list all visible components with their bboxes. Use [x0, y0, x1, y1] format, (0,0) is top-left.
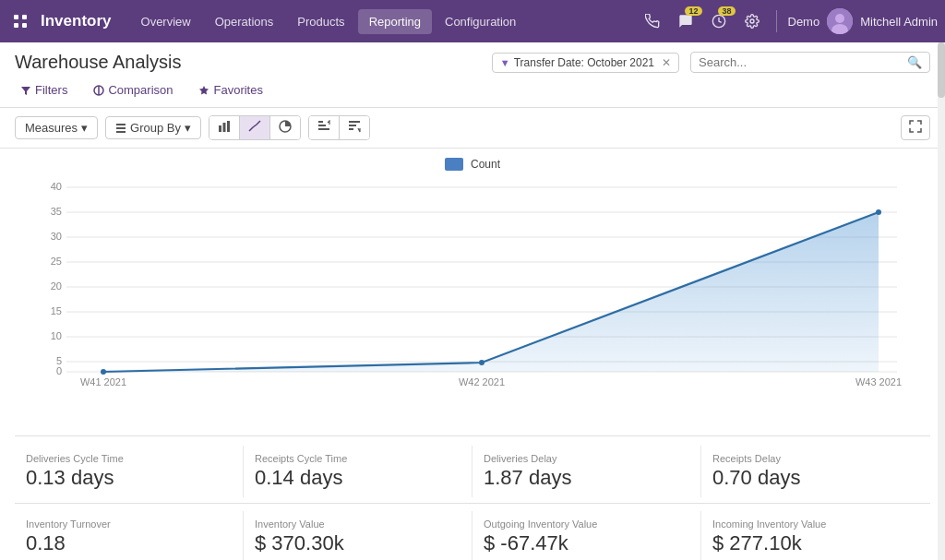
- chart-area: Count 40 35 30 25 20 15 10 5: [15, 149, 930, 435]
- settings-icon[interactable]: [739, 8, 765, 34]
- nav-products[interactable]: Products: [286, 9, 355, 34]
- nav-configuration[interactable]: Configuration: [434, 9, 527, 34]
- filters-button[interactable]: Filters: [15, 80, 73, 100]
- stat-label: Receipts Cycle Time: [255, 453, 461, 464]
- subheader-top: Warehouse Analysis ▼ Transfer Date: Octo…: [15, 42, 930, 78]
- chat-badge: 12: [685, 6, 701, 16]
- clock-badge: 38: [718, 6, 735, 16]
- chart-legend: Count: [15, 158, 930, 171]
- user-name: Mitchell Admin: [860, 15, 938, 29]
- filter-tag-close[interactable]: ✕: [662, 56, 671, 69]
- subheader-bottom: Filters Comparison Favorites: [15, 78, 930, 107]
- chat-icon[interactable]: 12: [673, 8, 699, 34]
- svg-text:W42 2021: W42 2021: [459, 376, 505, 387]
- filter-tag-icon: ▼: [500, 57, 510, 68]
- chart-type-buttons: [209, 115, 301, 140]
- stats-row-2: Inventory Turnover 0.18 Inventory Value …: [15, 503, 930, 560]
- nav-divider: [776, 10, 777, 32]
- chart-svg: 40 35 30 25 20 15 10 5 0: [15, 178, 930, 394]
- chart-toolbar: Measures ▾ Group By ▾: [0, 108, 945, 149]
- svg-point-5: [750, 19, 754, 23]
- bar-chart-button[interactable]: [209, 116, 240, 139]
- legend-color: [445, 158, 463, 171]
- stat-label: Deliveries Delay: [484, 453, 689, 464]
- svg-rect-22: [349, 125, 356, 126]
- user-menu[interactable]: Demo Mitchell Admin: [788, 8, 939, 34]
- stat-value: $ -67.47k: [484, 531, 689, 555]
- app-brand: Inventory: [41, 12, 112, 30]
- svg-text:35: 35: [51, 206, 62, 217]
- svg-rect-1: [22, 15, 27, 19]
- stat-label: Inventory Turnover: [26, 518, 232, 530]
- subheader: Warehouse Analysis ▼ Transfer Date: Octo…: [0, 42, 945, 108]
- svg-text:10: 10: [51, 330, 62, 341]
- legend-label: Count: [471, 158, 500, 171]
- svg-text:30: 30: [51, 231, 62, 242]
- stat-label: Incoming Inventory Value: [712, 518, 919, 530]
- stat-inventory-value: Inventory Value $ 370.30k: [244, 511, 472, 560]
- svg-point-44: [479, 360, 484, 365]
- scrollbar[interactable]: [938, 42, 945, 560]
- svg-marker-42: [103, 212, 879, 372]
- expand-button[interactable]: [901, 115, 930, 140]
- stat-inventory-turnover: Inventory Turnover 0.18: [15, 511, 244, 560]
- search-input[interactable]: [699, 55, 907, 69]
- stat-value: 0.13 days: [26, 466, 232, 490]
- svg-rect-23: [349, 128, 353, 130]
- pie-chart-button[interactable]: [270, 116, 300, 139]
- nav-overview[interactable]: Overview: [130, 9, 202, 34]
- svg-text:W41 2021: W41 2021: [80, 376, 126, 387]
- grid-icon[interactable]: [7, 8, 33, 34]
- stat-value: $ 370.30k: [255, 531, 461, 555]
- stat-value: $ 277.10k: [712, 531, 919, 555]
- svg-rect-12: [116, 127, 126, 129]
- filter-tag-label: Transfer Date: October 2021: [514, 56, 654, 69]
- svg-text:W43 2021: W43 2021: [855, 376, 902, 387]
- nav-operations[interactable]: Operations: [204, 9, 285, 34]
- svg-rect-11: [116, 124, 126, 125]
- stat-label: Inventory Value: [255, 518, 461, 530]
- line-chart-button[interactable]: [240, 116, 270, 139]
- sort-asc-button[interactable]: [309, 116, 340, 139]
- svg-point-45: [876, 209, 881, 215]
- measures-button[interactable]: Measures ▾: [15, 116, 98, 139]
- stat-value: 1.87 days: [484, 466, 689, 490]
- svg-text:15: 15: [51, 305, 62, 316]
- sort-buttons: [308, 115, 370, 140]
- scrollbar-thumb[interactable]: [938, 42, 945, 98]
- svg-rect-0: [14, 15, 18, 19]
- svg-point-7: [835, 14, 844, 23]
- svg-rect-20: [318, 121, 323, 123]
- nav-reporting[interactable]: Reporting: [358, 9, 432, 34]
- search-icon: 🔍: [907, 55, 922, 69]
- filter-tag[interactable]: ▼ Transfer Date: October 2021 ✕: [492, 53, 679, 73]
- main-content: Count 40 35 30 25 20 15 10 5: [0, 149, 945, 560]
- stat-value: 0.18: [26, 531, 232, 555]
- top-navigation: Inventory Overview Operations Products R…: [0, 0, 945, 42]
- search-box[interactable]: 🔍: [690, 52, 930, 73]
- nav-menu: Overview Operations Products Reporting C…: [130, 9, 636, 34]
- svg-text:20: 20: [51, 280, 62, 292]
- stat-receipts-delay: Receipts Delay 0.70 days: [701, 446, 930, 497]
- clock-icon[interactable]: 38: [706, 8, 732, 34]
- stat-value: 0.14 days: [255, 466, 461, 490]
- svg-rect-16: [227, 121, 230, 132]
- stat-incoming-inventory: Incoming Inventory Value $ 277.10k: [701, 511, 930, 560]
- phone-icon[interactable]: [640, 8, 665, 34]
- stat-receipts-cycle: Receipts Cycle Time 0.14 days: [244, 446, 472, 497]
- svg-text:25: 25: [51, 256, 62, 267]
- favorites-button[interactable]: Favorites: [193, 80, 268, 100]
- svg-rect-19: [318, 125, 326, 126]
- avatar: [827, 8, 853, 34]
- svg-rect-13: [116, 131, 126, 133]
- group-by-button[interactable]: Group By ▾: [105, 116, 201, 139]
- sort-desc-button[interactable]: [340, 116, 369, 139]
- stat-label: Outgoing Inventory Value: [484, 518, 689, 530]
- comparison-button[interactable]: Comparison: [88, 80, 178, 100]
- svg-text:40: 40: [51, 181, 62, 192]
- svg-text:0: 0: [56, 365, 62, 376]
- stat-label: Receipts Delay: [712, 453, 919, 464]
- svg-point-43: [101, 369, 106, 375]
- svg-rect-2: [14, 23, 18, 28]
- svg-rect-14: [219, 125, 221, 132]
